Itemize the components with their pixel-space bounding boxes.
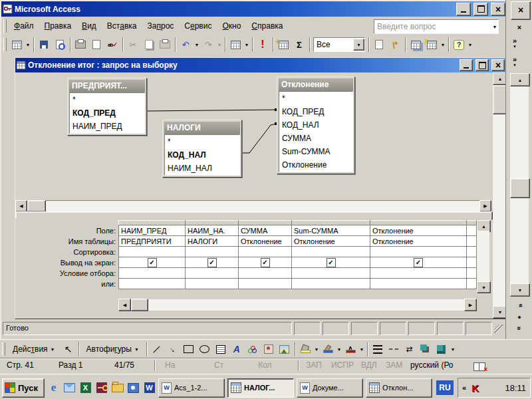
- grid-cell-field[interactable]: Отклонение: [370, 225, 467, 236]
- query-maximize-button[interactable]: [475, 59, 489, 71]
- grid-cell-criteria[interactable]: [370, 268, 467, 279]
- scrollbar-track[interactable]: [46, 201, 479, 211]
- rectangle-button[interactable]: [181, 342, 197, 357]
- grid-cell-show[interactable]: ✓: [239, 257, 292, 268]
- scroll-down-icon[interactable]: [510, 283, 530, 297]
- close-button[interactable]: [491, 3, 505, 16]
- scroll-left-icon[interactable]: [118, 299, 131, 311]
- new-object-button[interactable]: [424, 37, 440, 53]
- language-indicator[interactable]: русский (Ро: [410, 360, 454, 370]
- grid-cell-show[interactable]: ✓: [370, 257, 467, 268]
- grid-cell-field[interactable]: НАИМ_НА.: [186, 225, 239, 236]
- autoshapes-menu-button[interactable]: Автофигуры▼: [81, 343, 144, 355]
- field-item[interactable]: СУММА: [279, 132, 352, 145]
- spelling-button[interactable]: ab: [104, 37, 120, 53]
- table-card-predpriyat[interactable]: ПРЕДПРИЯТ... * КОД_ПРЕД НАИМ_ПРЕД: [67, 78, 147, 136]
- scrollbar-thumb[interactable]: [27, 200, 46, 212]
- language-badge[interactable]: RU: [436, 380, 454, 395]
- quicklaunch-outlook-express-icon[interactable]: [63, 381, 76, 395]
- taskbar-button-acs[interactable]: Acs_1-2...: [158, 378, 225, 398]
- field-item[interactable]: КОД_ПРЕД: [70, 106, 144, 120]
- record-macro-flag[interactable]: ЗАП: [306, 360, 322, 370]
- diagram-pane[interactable]: ПРЕДПРИЯТ... * КОД_ПРЕД НАИМ_ПРЕД НАЛОГИ…: [15, 72, 491, 201]
- undo-button[interactable]: ↶: [178, 37, 194, 53]
- diagram-h-scrollbar[interactable]: [15, 201, 491, 211]
- grid-cell-show[interactable]: ✓: [186, 257, 239, 268]
- table-card-title[interactable]: НАЛОГИ: [164, 122, 240, 134]
- scrollbar-thumb[interactable]: [510, 178, 530, 198]
- grid-cell-show[interactable]: ✓: [292, 257, 370, 268]
- grid-v-scrollbar[interactable]: [477, 220, 489, 292]
- menu-file[interactable]: Файл: [9, 20, 39, 32]
- start-button[interactable]: Пуск: [2, 378, 45, 398]
- table-card-title[interactable]: Отклонение: [279, 78, 353, 91]
- wordart-button[interactable]: A: [229, 342, 245, 357]
- grid-cell-sort[interactable]: [186, 247, 239, 257]
- save-button[interactable]: [36, 37, 52, 53]
- arrow-button[interactable]: →: [165, 342, 181, 357]
- redo-button[interactable]: ↷: [200, 37, 216, 53]
- document-close-button[interactable]: ×: [514, 23, 525, 32]
- field-item[interactable]: *: [165, 135, 239, 148]
- font-color-button[interactable]: А: [342, 342, 358, 357]
- grid-cell-or[interactable]: [292, 279, 370, 289]
- field-item[interactable]: Sum-СУММА: [279, 145, 352, 158]
- arrow-style-button[interactable]: ⇄: [402, 342, 418, 357]
- field-item[interactable]: *: [279, 92, 352, 105]
- grid-cell-criteria[interactable]: [292, 268, 370, 279]
- grid-cell-sort[interactable]: [119, 247, 186, 257]
- fill-color-dropdown[interactable]: ▼: [313, 342, 320, 357]
- select-browse-object-button[interactable]: ●: [513, 312, 526, 322]
- access-titlebar[interactable]: Microsoft Access: [1, 1, 507, 17]
- quicklaunch-word-icon[interactable]: W: [142, 381, 156, 395]
- dash-style-button[interactable]: [386, 342, 402, 357]
- show-checkbox[interactable]: ✓: [261, 258, 270, 267]
- toolbar-overflow-chevron[interactable]: »▼: [513, 56, 517, 67]
- taskbar-button-otklonenie[interactable]: Отклон...: [366, 378, 432, 398]
- field-item[interactable]: КОД_НАЛ: [279, 118, 352, 132]
- menu-window[interactable]: Окно: [217, 20, 246, 32]
- table-card-otklonenie[interactable]: Отклонение * КОД_ПРЕД КОД_НАЛ СУММА Sum-…: [277, 76, 355, 174]
- show-checkbox[interactable]: ✓: [414, 258, 423, 267]
- scroll-up-icon[interactable]: [510, 73, 530, 86]
- cut-button[interactable]: ✂: [125, 37, 141, 53]
- track-changes-flag[interactable]: ИСПР: [331, 360, 354, 370]
- paste-button[interactable]: [157, 37, 173, 53]
- query-close-button[interactable]: [491, 59, 505, 71]
- grid-cell-table[interactable]: Отклонение: [370, 236, 467, 247]
- previous-page-button[interactable]: »: [515, 299, 525, 313]
- text-box-button[interactable]: [213, 342, 229, 357]
- grid-cell-or[interactable]: [370, 279, 467, 289]
- scroll-right-icon[interactable]: [464, 299, 477, 311]
- show-checkbox[interactable]: ✓: [148, 258, 157, 267]
- grid-cell-table[interactable]: Отклонение: [239, 236, 292, 247]
- menu-edit[interactable]: Правка: [39, 20, 77, 32]
- line-color-dropdown[interactable]: ▼: [336, 342, 342, 357]
- drawing-toolbar-options[interactable]: ▼: [450, 342, 456, 357]
- grid-cell-empty[interactable]: [467, 268, 477, 279]
- menu-help[interactable]: Справка: [246, 20, 288, 32]
- grid-cell-or[interactable]: [239, 279, 292, 289]
- word-close-button[interactable]: [511, 1, 531, 20]
- database-window-button[interactable]: [408, 37, 424, 53]
- quicklaunch-access-icon[interactable]: [94, 381, 108, 395]
- oval-button[interactable]: [197, 342, 213, 357]
- show-table-button[interactable]: +: [275, 37, 291, 53]
- grid-cell-criteria[interactable]: [119, 268, 186, 279]
- table-card-nalogi[interactable]: НАЛОГИ * КОД_НАЛ НАИМ_НАЛ: [162, 120, 242, 178]
- grid-cell-sort[interactable]: [370, 247, 467, 257]
- properties-button[interactable]: [371, 37, 387, 53]
- print-button[interactable]: [72, 37, 88, 53]
- kaspersky-tray-icon[interactable]: [471, 382, 479, 394]
- quicklaunch-folder-icon[interactable]: [110, 381, 124, 395]
- quicklaunch-briefcase-icon[interactable]: [126, 381, 140, 395]
- menu-query[interactable]: Запрос: [142, 20, 180, 32]
- scrollbar-track[interactable]: [477, 231, 489, 281]
- menu-view[interactable]: Вид: [76, 20, 102, 32]
- minimize-button[interactable]: [456, 3, 471, 16]
- query-minimize-button[interactable]: [460, 59, 473, 71]
- field-item[interactable]: *: [70, 93, 144, 106]
- fill-color-button[interactable]: [297, 342, 313, 357]
- insert-picture-button[interactable]: [277, 342, 293, 357]
- field-item[interactable]: КОД_НАЛ: [165, 148, 239, 162]
